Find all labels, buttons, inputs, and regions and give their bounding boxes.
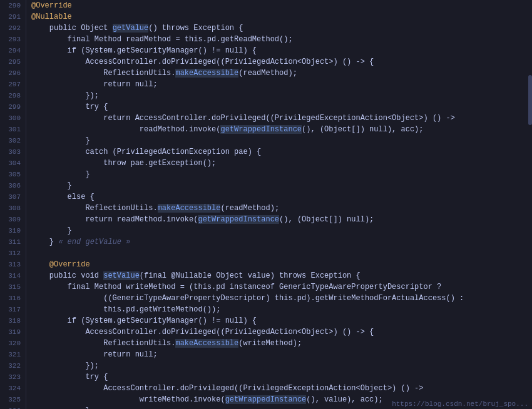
line-number: 304 [0, 158, 21, 169]
scrollbar[interactable] [527, 0, 532, 409]
code-line: AccessController.doPrivileged((Privilege… [31, 383, 532, 394]
code-line: AccessController.doPrivileged((Privilege… [31, 326, 532, 338]
code-line: ReflectionUtils.makeAccessible(readMetho… [31, 203, 532, 214]
line-number: 311 [0, 236, 21, 248]
code-line: if (System.getSecurityManager() != null)… [31, 45, 532, 56]
code-line: AccessController.doPrivileged((Privilege… [31, 56, 532, 68]
code-line: return AccessController.doPrivileged((Pr… [31, 113, 532, 124]
line-number: 305 [0, 169, 21, 180]
code-line: } [31, 180, 532, 191]
line-number: 294 [0, 45, 21, 56]
line-number: 310 [0, 225, 21, 236]
line-number: 292 [0, 23, 21, 34]
line-number: 313 [0, 259, 21, 270]
line-number: 309 [0, 214, 21, 225]
line-number: 317 [0, 304, 21, 315]
code-line: public void setValue(final @Nullable Obj… [31, 270, 532, 281]
code-line: this.pd.getWriteMethod()); [31, 304, 532, 315]
code-line: @Override [31, 0, 532, 11]
code-line: public Object getValue() throws Exceptio… [31, 23, 532, 34]
line-number: 316 [0, 293, 21, 304]
line-number: 315 [0, 281, 21, 293]
line-number: 320 [0, 338, 21, 349]
line-number: 298 [0, 90, 21, 101]
code-line: }); [31, 90, 532, 101]
line-number: 321 [0, 349, 21, 360]
code-line: try { [31, 371, 532, 383]
code-line: } [31, 225, 532, 236]
line-number: 325 [0, 394, 21, 405]
code-line: return readMethod.invoke(getWrappedInsta… [31, 214, 532, 225]
line-number: 297 [0, 79, 21, 90]
code-line: final Method writeMethod = (this.pd inst… [31, 281, 532, 293]
line-number: 290 [0, 0, 21, 11]
code-line [31, 248, 532, 259]
line-number: 318 [0, 315, 21, 326]
code-line: ReflectionUtils.makeAccessible(writeMeth… [31, 338, 532, 349]
line-number: 299 [0, 101, 21, 113]
line-number: 307 [0, 191, 21, 203]
code-line: } [31, 169, 532, 180]
code-line: else { [31, 191, 532, 203]
line-number: 326 [0, 405, 21, 409]
code-line: final Method readMethod = this.pd.getRea… [31, 34, 532, 45]
code-line: if (System.getSecurityManager() != null)… [31, 315, 532, 326]
line-number: 303 [0, 146, 21, 158]
line-number: 295 [0, 56, 21, 68]
code-line: ReflectionUtils.makeAccessible(readMetho… [31, 68, 532, 79]
scrollbar-thumb[interactable] [528, 75, 532, 125]
line-number: 314 [0, 270, 21, 281]
code-line: readMethod.invoke(getWrappedInstance(), … [31, 124, 532, 135]
code-line: ((GenericTypeAwarePropertyDescriptor) th… [31, 293, 532, 304]
line-number: 322 [0, 360, 21, 371]
line-number: 323 [0, 371, 21, 383]
editor-container: 2902912922932942952962972982993003013023… [0, 0, 532, 409]
line-number: 308 [0, 203, 21, 214]
code-line: catch (PrivilegedActionException pae) { [31, 146, 532, 158]
line-number: 300 [0, 113, 21, 124]
code-line: } « end getValue » [31, 236, 532, 248]
url-bar: https://blog.csdn.net/bruj_spo... [388, 399, 532, 409]
code-line: return null; [31, 79, 532, 90]
line-number: 293 [0, 34, 21, 45]
line-number: 302 [0, 135, 21, 146]
code-line: } [31, 135, 532, 146]
line-number: 306 [0, 180, 21, 191]
code-area[interactable]: @Override@Nullable public Object getValu… [26, 0, 532, 409]
code-line: try { [31, 101, 532, 113]
line-number: 301 [0, 124, 21, 135]
code-line: @Override [31, 259, 532, 270]
code-line: return null; [31, 349, 532, 360]
line-number: 291 [0, 11, 21, 23]
line-number: 324 [0, 383, 21, 394]
line-number: 296 [0, 68, 21, 79]
line-numbers: 2902912922932942952962972982993003013023… [0, 0, 26, 409]
code-line: }); [31, 360, 532, 371]
line-number: 312 [0, 248, 21, 259]
line-number: 319 [0, 326, 21, 338]
code-line: @Nullable [31, 11, 532, 23]
code-line: throw pae.getException(); [31, 158, 532, 169]
